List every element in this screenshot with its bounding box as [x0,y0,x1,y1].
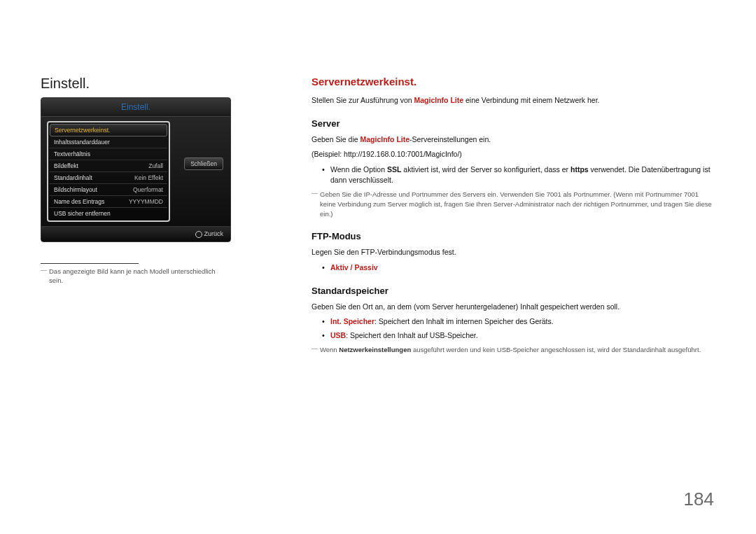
menu-item-usb-remove[interactable]: USB sicher entfernen [50,208,167,219]
server-line1: Geben Sie die MagicInfo Lite-Servereinst… [312,134,714,145]
menu-item-entry-name[interactable]: Name des EintragsYYYYMMDD [50,196,167,208]
ssl-bullet: Wenn die Option SSL aktiviert ist, wird … [322,164,714,185]
divider [41,263,139,264]
intro-text: Stellen Sie zur Ausführung von MagicInfo… [312,95,714,106]
menu-item-server-network[interactable]: Servernetzwerkeinst. [50,124,167,136]
subsection-storage: Standardspeicher [312,286,714,296]
section-title: Servernetzwerkeinst. [312,76,714,87]
menu-item-text-ratio[interactable]: Textverhältnis [50,148,167,160]
return-icon [195,231,202,238]
subsection-ftp: FTP-Modus [312,231,714,241]
menu-item-default-content[interactable]: StandardinhaltKein Effekt [50,172,167,184]
server-note: Geben Sie die IP-Adresse und Portnummer … [312,190,714,218]
page-number: 184 [684,489,714,510]
storage-note: Wenn Netzwerkeinstellungen ausgeführt we… [312,345,714,355]
menu-item-image-effect[interactable]: BildeffektZufall [50,160,167,172]
server-example: (Beispiel: http://192.168.0.10:7001/Magi… [312,149,714,160]
close-button[interactable]: Schließen [184,157,223,170]
device-screenshot: Einstell. Servernetzwerkeinst. Inhaltsst… [41,97,231,242]
panel-header: Einstell. [41,98,230,117]
menu-item-content-duration[interactable]: Inhaltsstandarddauer [50,136,167,148]
menu-box: Servernetzwerkeinst. Inhaltsstandarddaue… [47,121,170,222]
menu-item-screen-layout[interactable]: BildschirmlayoutQuerformat [50,184,167,196]
storage-usb: USB: Speichert den Inhalt auf USB-Speich… [322,330,714,341]
storage-internal: Int. Speicher: Speichert den Inhalt im i… [322,316,714,327]
panel-footer: Zurück [41,226,230,241]
ftp-line1: Legen Sie den FTP-Verbindungsmodus fest. [312,247,714,258]
ftp-options: Aktiv / Passiv [322,262,714,273]
page-title-left: Einstell. [41,76,231,92]
footnote-model: Das angezeigte Bild kann je nach Modell … [41,267,231,286]
subsection-server: Server [312,118,714,129]
panel-body: Servernetzwerkeinst. Inhaltsstandarddaue… [41,117,230,226]
storage-line1: Geben Sie den Ort an, an dem (vom Server… [312,302,714,312]
